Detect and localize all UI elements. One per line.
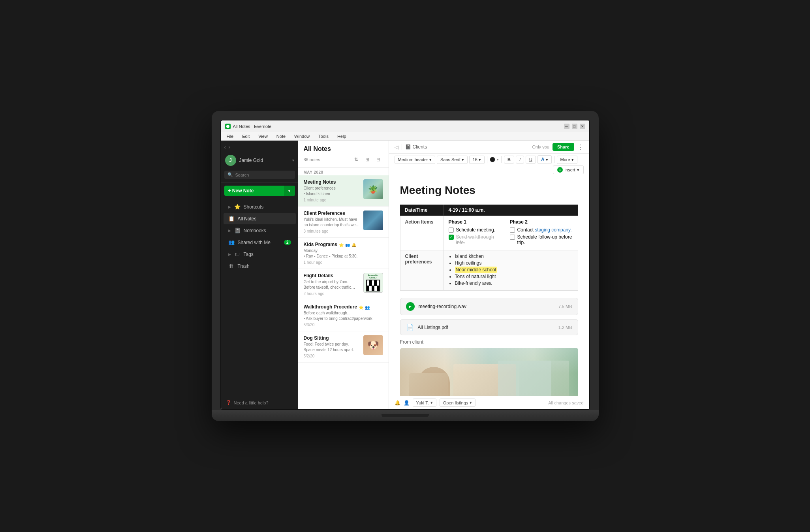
bell-icon[interactable]: 🔔 [395, 400, 400, 406]
share-icon[interactable]: 👤 [404, 400, 410, 406]
back-arrow-icon[interactable]: ‹ [224, 144, 226, 150]
chevron-down-icon: ▾ [479, 157, 481, 162]
note-thumbnail: 🐶 [363, 335, 383, 355]
new-note-dropdown-icon[interactable]: ▾ [284, 186, 295, 196]
checkbox[interactable] [449, 227, 454, 233]
more-options-icon[interactable]: ⋮ [577, 143, 584, 151]
action-items-label: Action Items [400, 216, 444, 250]
share-button[interactable]: Share [553, 143, 574, 151]
pdf-attachment[interactable]: 📄 All Listings.pdf 1.2 MB [400, 319, 578, 335]
note-title: Kids Programs [304, 242, 337, 247]
help-button[interactable]: ❓ Need a little help? [221, 396, 298, 409]
note-time: 2 hours ago [304, 291, 360, 296]
table-row: Action Items Phase 1 Schedule meeting. ✓ [400, 216, 578, 250]
forward-arrow-icon[interactable]: › [228, 144, 230, 150]
menu-view[interactable]: View [257, 133, 269, 139]
insert-button[interactable]: + Insert ▾ [553, 165, 584, 174]
shared-icon: 👥 [345, 243, 350, 247]
notebooks-label: Notebooks [244, 228, 291, 233]
phase1-header: Phase 1 [449, 219, 500, 225]
view-icon[interactable]: ⊟ [374, 155, 383, 164]
notebook-link[interactable]: 📓 Clients [405, 144, 427, 150]
note-item-meeting-notes[interactable]: Meeting Notes Client preferences• Island… [298, 175, 389, 207]
back-icon[interactable]: ◁ [395, 144, 398, 150]
editor-content[interactable]: Meeting Notes Date/Time 4-19 / 11:00 a.m… [389, 176, 589, 396]
font-size-label: 16 [473, 157, 477, 162]
nav-arrows: ‹ › [224, 144, 295, 150]
note-thumbnail [363, 179, 383, 199]
sidebar-item-all-notes[interactable]: 📋 All Notes [224, 213, 296, 224]
chevron-down-icon: ▾ [292, 158, 294, 162]
format-toolbar: Medium header ▾ Sans Serif ▾ 16 ▾ ▾ [389, 154, 589, 176]
note-table: Date/Time 4-19 / 11:00 a.m. Action Items… [400, 205, 578, 291]
sidebar-item-shared-with-me[interactable]: 👥 Shared with Me 2 [224, 237, 296, 248]
underline-button[interactable]: U [526, 156, 536, 164]
checkbox-text-struck: Send walkthrough info. [456, 234, 500, 245]
trash-label: Trash [238, 263, 291, 269]
note-item-client-preferences[interactable]: Client Preferences Yuki's ideal kitchen.… [298, 207, 389, 238]
close-button[interactable]: ✕ [580, 124, 585, 129]
play-icon[interactable]: ▶ [406, 302, 415, 311]
color-picker[interactable] [490, 157, 495, 162]
user-label: Yuki T. [416, 400, 429, 405]
all-notes-icon: 📋 [228, 216, 235, 222]
audio-attachment[interactable]: ▶ meeting-recording.wav 7.5 MB [400, 298, 578, 315]
maximize-button[interactable]: □ [572, 124, 577, 129]
interior-scene-image [400, 348, 578, 396]
italic-button[interactable]: I [516, 156, 524, 164]
underline-label: U [529, 157, 532, 162]
avatar: J [225, 155, 236, 166]
user-selector[interactable]: Yuki T. ▾ [413, 399, 436, 407]
list-item: Near middle school [455, 267, 573, 273]
menu-note[interactable]: Note [275, 133, 287, 139]
notebooks-icon: 📓 [234, 227, 241, 233]
search-bar[interactable]: 🔍 Search [224, 171, 295, 179]
filter-icon[interactable]: ⊞ [363, 155, 372, 164]
checkbox-checked[interactable]: ✓ [449, 235, 454, 240]
notebook-icon: 📓 [405, 144, 411, 150]
sidebar-item-notebooks[interactable]: ▶ 📓 Notebooks [224, 225, 296, 236]
sidebar-nav: ▶ ⭐ Shortcuts 📋 All Notes ▶ 📓 Notebooks [221, 199, 298, 396]
notebook-selector[interactable]: Open listings ▾ [440, 399, 476, 407]
notebook-label: Clients [413, 144, 427, 150]
user-profile[interactable]: J Jamie Gold ▾ [224, 153, 295, 167]
help-label: Need a little help? [234, 400, 269, 405]
all-notes-label: All Notes [238, 216, 291, 222]
staging-company-link[interactable]: staging company. [535, 227, 571, 233]
menu-tools[interactable]: Tools [317, 133, 330, 139]
sidebar: ‹ › J Jamie Gold ▾ 🔍 Search + New Note [221, 141, 298, 409]
sort-icon[interactable]: ⇅ [351, 155, 361, 164]
checkbox[interactable] [510, 235, 515, 240]
tags-label: Tags [244, 252, 291, 257]
new-note-button[interactable]: + New Note ▾ [224, 186, 295, 196]
note-time: 3 minutes ago [304, 229, 360, 233]
menu-help[interactable]: Help [336, 133, 348, 139]
note-item-kids-programs[interactable]: Kids Programs ⭐ 👥 🔔 Monday• Ray - Dance … [298, 238, 389, 269]
sidebar-item-shortcuts[interactable]: ▶ ⭐ Shortcuts [224, 201, 296, 212]
bold-button[interactable]: B [504, 156, 514, 164]
checkbox[interactable] [510, 227, 515, 233]
note-title: Walkthrough Procedure [304, 304, 357, 310]
font-size-selector[interactable]: 16 ▾ [469, 156, 485, 164]
title-bar: All Notes - Evernote ─ □ ✕ [221, 120, 589, 132]
more-formats-button[interactable]: More ▾ [557, 156, 577, 164]
note-content: Kids Programs ⭐ 👥 🔔 Monday• Ray - Dance … [304, 242, 383, 265]
menu-file[interactable]: File [225, 133, 235, 139]
text-color-button[interactable]: A ▾ [537, 155, 552, 164]
menu-edit[interactable]: Edit [241, 133, 251, 139]
text-style-selector[interactable]: Medium header ▾ [395, 156, 435, 164]
checkbox-item: Schedule meeting. [449, 227, 500, 233]
note-item-walkthrough[interactable]: Walkthrough Procedure ⭐ 👥 Before each wa… [298, 300, 389, 331]
pdf-icon: 📄 [406, 323, 414, 331]
note-item-flight-details[interactable]: Flight Details Get to the airport by 7am… [298, 269, 389, 300]
minimize-button[interactable]: ─ [564, 124, 569, 129]
menu-window[interactable]: Window [293, 133, 311, 139]
note-item-dog-sitting[interactable]: Dog Sitting Food: Feed twice per day. Sp… [298, 331, 389, 363]
note-thumbnail [363, 211, 383, 230]
font-selector[interactable]: Sans Serif ▾ [437, 156, 468, 164]
sidebar-item-trash[interactable]: 🗑 Trash [224, 260, 296, 272]
note-time: 5/2/20 [304, 354, 360, 358]
sidebar-item-tags[interactable]: ▶ 🏷 Tags [224, 248, 296, 260]
shared-label: Shared with Me [238, 240, 281, 245]
expand-icon: ▶ [228, 229, 231, 233]
